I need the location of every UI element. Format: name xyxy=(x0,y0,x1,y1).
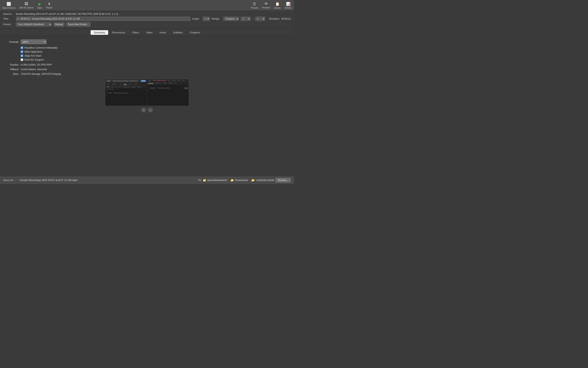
folder3-icon: 📁 xyxy=(251,179,255,182)
passthru-checkbox[interactable] xyxy=(21,46,23,49)
checkbox-group: Passthru Common Metadata Web Optimized A… xyxy=(21,46,288,61)
api-tab-tests[interactable]: Tests xyxy=(128,83,132,85)
tab-dimensions[interactable]: Dimensions xyxy=(109,30,129,35)
passthru-label: Passthru Common Metadata xyxy=(24,46,57,49)
open-source-label: Open Source xyxy=(2,7,15,9)
queue-button[interactable]: 📋 Queue xyxy=(274,2,281,9)
nav-arrows: ‹ › xyxy=(141,108,153,112)
web-checkbox-item[interactable]: Web Optimized xyxy=(21,50,288,53)
tab-filters[interactable]: Filters xyxy=(129,30,142,35)
copy-button[interactable]: Copy xyxy=(184,87,188,89)
tabs-bar: Summary Dimensions Filters Video Audio S… xyxy=(0,29,294,36)
status-value: 429 Too Many Requests xyxy=(153,80,166,81)
api-body-json[interactable]: JSON xyxy=(106,86,110,88)
passthru-checkbox-item[interactable]: Passthru Common Metadata xyxy=(21,46,288,49)
tracks-row: Tracks: H.264 (x264), 30 FPS PFR xyxy=(6,63,288,66)
preview-button[interactable]: 👁 Preview xyxy=(262,2,270,9)
tab-video[interactable]: Video xyxy=(143,30,156,35)
separator1: › xyxy=(228,179,229,182)
api-body-form[interactable]: Form xyxy=(118,86,122,88)
folder3-name: contentql clients xyxy=(256,179,274,182)
tab-audio[interactable]: Audio xyxy=(156,30,169,35)
preset-row: Preset: Fast 1080p30 (Modified) Reload S… xyxy=(3,22,291,27)
response-tabs: Response Headers 10 Cookies Results Docs xyxy=(147,82,189,85)
response-tab-headers[interactable]: Headers 10 xyxy=(155,82,162,84)
api-left-panel: POST Send Query Headers 7 Auth Body Test… xyxy=(105,79,147,106)
api-body-form-encode[interactable]: Form-encode xyxy=(122,86,130,88)
api-body-text[interactable]: Text xyxy=(114,86,117,88)
response-tab-response[interactable]: Response xyxy=(148,82,154,84)
range-label: Range: xyxy=(211,17,222,20)
size-row: Size: 720x576 Storage, 897x576 Display xyxy=(6,72,288,75)
api-tab-prerun[interactable]: Pre-Run xyxy=(133,83,138,85)
preview-area: POST Send Query Headers 7 Auth Body Test… xyxy=(6,77,288,116)
format-select[interactable]: MP4 xyxy=(21,39,46,44)
folder1-name: pavanbhaskarchi xyxy=(207,179,227,182)
duration-value: 00:00:12 xyxy=(281,17,291,20)
add-to-queue-label: Add To Queue xyxy=(19,6,33,9)
ipod-checkbox[interactable] xyxy=(21,58,23,61)
response-tab-results[interactable]: Results xyxy=(168,82,173,84)
api-tab-auth[interactable]: Auth xyxy=(119,83,122,85)
presets-button[interactable]: ☰ Presets xyxy=(251,2,258,9)
save-to: To: 📁 pavanbhaskarchi › 📁 Downloads › 📁 … xyxy=(198,178,291,182)
reload-button[interactable]: Reload xyxy=(53,22,64,27)
activity-label: Activity xyxy=(285,7,292,9)
api-right-panel: Status: 429 Too Many Requests Size: 42 B… xyxy=(147,79,189,106)
separator2: › xyxy=(249,179,250,182)
save-new-preset-button[interactable]: Save New Preset... xyxy=(66,22,90,27)
align-checkbox[interactable] xyxy=(21,55,23,57)
open-source-button[interactable]: ⬜ Open Source xyxy=(2,2,15,9)
folder2-icon: 📁 xyxy=(230,179,234,182)
activity-button[interactable]: 📊 Activity xyxy=(285,2,292,9)
json-content: { "slug": "steal-like-an-artist" } xyxy=(105,90,147,96)
add-to-queue-button[interactable]: 🖼 Add To Queue xyxy=(19,2,33,9)
preset-select[interactable]: Fast 1080p30 (Modified) xyxy=(16,22,52,27)
filters-row: Filters: Comb Detect, Decomb xyxy=(6,68,288,71)
response-tab-cookies[interactable]: Cookies xyxy=(162,82,167,84)
title-input[interactable] xyxy=(16,17,190,21)
activity-icon: 📊 xyxy=(286,2,290,6)
prev-arrow[interactable]: ‹ xyxy=(141,108,146,112)
range-type-select[interactable]: Chapters xyxy=(223,17,239,21)
align-checkbox-item[interactable]: Align A/V Start xyxy=(21,54,288,57)
api-tab-body[interactable]: Body xyxy=(123,83,127,85)
range-to-select[interactable]: 1 xyxy=(255,17,265,21)
tab-chapters[interactable]: Chapters xyxy=(186,30,203,35)
start-icon: ▶ xyxy=(38,2,41,6)
url-field[interactable] xyxy=(112,80,140,82)
start-label: Start xyxy=(37,7,42,9)
api-body-binary[interactable]: Binary xyxy=(137,86,141,88)
tab-summary[interactable]: Summary xyxy=(91,30,108,35)
api-tab-headers[interactable]: Headers 7 xyxy=(111,83,118,85)
preview-frame: POST Send Query Headers 7 Auth Body Test… xyxy=(105,79,189,106)
api-request-tabs: Query Headers 7 Auth Body Tests Pre-Run xyxy=(105,83,147,86)
main-content: Format: MP4 Passthru Common Metadata Web… xyxy=(0,36,294,120)
format-row: Format: MP4 xyxy=(6,39,288,44)
angle-select[interactable]: 1 xyxy=(202,17,210,21)
browse-button[interactable]: Browse... xyxy=(276,178,291,182)
api-status-bar: Status: 429 Too Many Requests Size: 42 B… xyxy=(147,79,189,82)
next-arrow[interactable]: › xyxy=(148,108,153,112)
start-button[interactable]: ▶ Start xyxy=(37,2,42,9)
ipod-label: iPod 5G Support xyxy=(24,58,44,61)
range-from-select[interactable]: 1 xyxy=(241,17,251,21)
filters-label: Filters: xyxy=(6,68,19,71)
size-value: 720x576 Storage, 897x576 Display xyxy=(21,72,61,75)
response-tab-docs[interactable]: Docs xyxy=(173,82,177,84)
preview-icon: 👁 xyxy=(264,2,268,6)
send-button[interactable]: Send xyxy=(141,80,146,82)
queue-icon: 📋 xyxy=(275,2,280,6)
ipod-checkbox-item[interactable]: iPod 5G Support xyxy=(21,58,288,61)
web-checkbox[interactable] xyxy=(21,50,23,53)
pause-button[interactable]: ⏸ Pause xyxy=(46,2,52,9)
response-json: { "message": "Too many requests" } xyxy=(147,85,189,106)
api-body-graphql[interactable]: GraphQL xyxy=(131,86,137,88)
time-stat-value: 1.09 s xyxy=(181,80,184,81)
tab-subtitles[interactable]: Subtitles xyxy=(170,30,186,35)
align-label: Align A/V Start xyxy=(24,54,41,57)
api-body-xml[interactable]: XML xyxy=(110,86,114,88)
status-label: Status: xyxy=(148,80,152,81)
api-tab-query[interactable]: Query xyxy=(106,83,110,85)
duration-label: Duration: xyxy=(269,17,280,20)
